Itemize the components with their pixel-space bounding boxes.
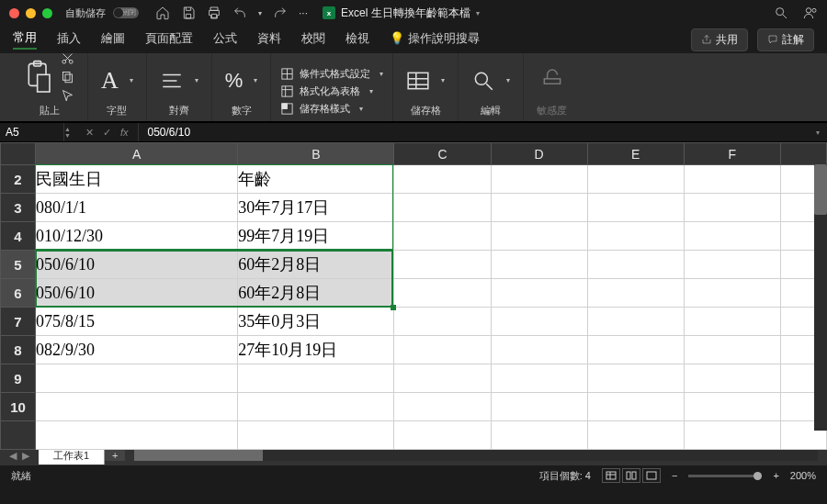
cell[interactable]: [684, 279, 780, 308]
cell[interactable]: 民國生日: [36, 165, 238, 194]
maximize-window-button[interactable]: [42, 8, 52, 18]
col-header-c[interactable]: C: [394, 143, 491, 165]
cell[interactable]: 27年10月19日: [238, 336, 394, 364]
add-sheet-button[interactable]: +: [105, 450, 125, 461]
row-header[interactable]: 4: [1, 222, 36, 251]
enter-formula-icon[interactable]: ✓: [103, 127, 111, 139]
cell[interactable]: [394, 308, 491, 336]
row-header[interactable]: 6: [1, 279, 36, 308]
horizontal-scrollbar[interactable]: [134, 450, 818, 461]
cell[interactable]: [238, 393, 394, 421]
cell[interactable]: [36, 393, 238, 421]
vertical-scroll-thumb[interactable]: [814, 164, 827, 215]
minimize-window-button[interactable]: [26, 8, 36, 18]
cell[interactable]: [684, 308, 780, 336]
zoom-in-button[interactable]: +: [773, 470, 778, 481]
expand-formula-bar[interactable]: ▾: [809, 129, 827, 137]
col-header-a[interactable]: A: [36, 143, 238, 165]
cell[interactable]: [491, 279, 587, 308]
cell[interactable]: [394, 421, 491, 450]
cells-icon[interactable]: [406, 69, 430, 93]
home-icon[interactable]: [155, 6, 170, 20]
col-header-e[interactable]: E: [587, 143, 684, 165]
insert-function-icon[interactable]: fx: [120, 127, 129, 138]
cell[interactable]: [684, 393, 780, 421]
zoom-slider[interactable]: [688, 475, 762, 477]
tab-insert[interactable]: 插入: [57, 30, 81, 49]
sheet-nav-next[interactable]: ▶: [22, 450, 29, 462]
save-icon[interactable]: [181, 6, 196, 20]
search-icon[interactable]: [774, 6, 788, 20]
align-icon[interactable]: [160, 69, 184, 93]
cell[interactable]: [684, 222, 780, 251]
cell[interactable]: [491, 308, 587, 336]
row-header[interactable]: [1, 421, 36, 450]
row-header[interactable]: 2: [1, 165, 36, 194]
cell[interactable]: [587, 251, 684, 279]
cell[interactable]: [491, 421, 587, 450]
percent-icon[interactable]: %: [225, 69, 244, 93]
cell[interactable]: 082/9/30: [36, 336, 238, 364]
vertical-scrollbar[interactable]: [814, 164, 827, 431]
cell[interactable]: [491, 336, 587, 364]
cell[interactable]: [394, 393, 491, 421]
cell[interactable]: [587, 165, 684, 194]
cell[interactable]: 080/1/1: [36, 194, 238, 222]
tab-draw[interactable]: 繪圖: [101, 30, 125, 49]
cell[interactable]: [491, 194, 587, 222]
name-box[interactable]: A5: [0, 123, 64, 141]
view-normal-button[interactable]: [602, 468, 620, 483]
row-header[interactable]: 7: [1, 308, 36, 336]
row-header[interactable]: 10: [1, 393, 36, 421]
cell-styles-button[interactable]: 儲存格樣式▾: [280, 102, 383, 116]
sheet-nav-prev[interactable]: ◀: [9, 450, 17, 462]
cell[interactable]: [684, 251, 780, 279]
cell[interactable]: [587, 336, 684, 364]
cell[interactable]: [394, 194, 491, 222]
chevron-down-icon[interactable]: ▾: [476, 9, 480, 17]
cell[interactable]: [394, 251, 491, 279]
col-header-d[interactable]: D: [491, 143, 587, 165]
cell[interactable]: [394, 364, 491, 393]
row-header[interactable]: 8: [1, 336, 36, 364]
tab-home[interactable]: 常用: [13, 29, 37, 50]
tab-formulas[interactable]: 公式: [213, 30, 237, 49]
cell[interactable]: [394, 222, 491, 251]
cell[interactable]: [491, 364, 587, 393]
view-page-break-button[interactable]: [642, 468, 661, 483]
paste-icon[interactable]: [24, 60, 53, 95]
document-title[interactable]: x Excel 生日轉換年齡範本檔 ▾: [323, 6, 480, 21]
format-painter-icon[interactable]: [61, 88, 74, 102]
cell[interactable]: [36, 364, 238, 393]
cell[interactable]: [238, 421, 394, 450]
cell[interactable]: [587, 308, 684, 336]
cell[interactable]: [394, 165, 491, 194]
cell[interactable]: [394, 279, 491, 308]
cell[interactable]: 35年0月3日: [238, 308, 394, 336]
cell[interactable]: 99年7月19日: [238, 222, 394, 251]
cell[interactable]: [587, 421, 684, 450]
undo-icon[interactable]: [232, 6, 247, 20]
tell-me[interactable]: 💡 操作說明搜尋: [390, 30, 480, 49]
formula-input[interactable]: 050/6/10: [139, 126, 810, 139]
comments-button[interactable]: 註解: [757, 28, 814, 51]
cell[interactable]: [587, 279, 684, 308]
close-window-button[interactable]: [9, 8, 19, 18]
cell[interactable]: [491, 165, 587, 194]
cell[interactable]: 050/6/10: [36, 279, 238, 308]
find-icon[interactable]: [471, 69, 495, 93]
cell[interactable]: 年齡: [238, 165, 394, 194]
share-button[interactable]: 共用: [691, 28, 748, 51]
print-icon[interactable]: [207, 6, 221, 20]
select-all-corner[interactable]: [1, 143, 36, 165]
fill-handle[interactable]: [391, 305, 396, 310]
cell[interactable]: [587, 393, 684, 421]
cell[interactable]: [491, 251, 587, 279]
conditional-formatting-button[interactable]: 條件式格式設定▾: [280, 67, 383, 81]
tab-page-layout[interactable]: 頁面配置: [145, 30, 193, 49]
font-icon[interactable]: A: [101, 67, 119, 95]
cell[interactable]: [684, 194, 780, 222]
cell[interactable]: [491, 393, 587, 421]
autosave-toggle[interactable]: 關閉: [113, 7, 139, 18]
cell[interactable]: 60年2月8日: [238, 279, 394, 308]
